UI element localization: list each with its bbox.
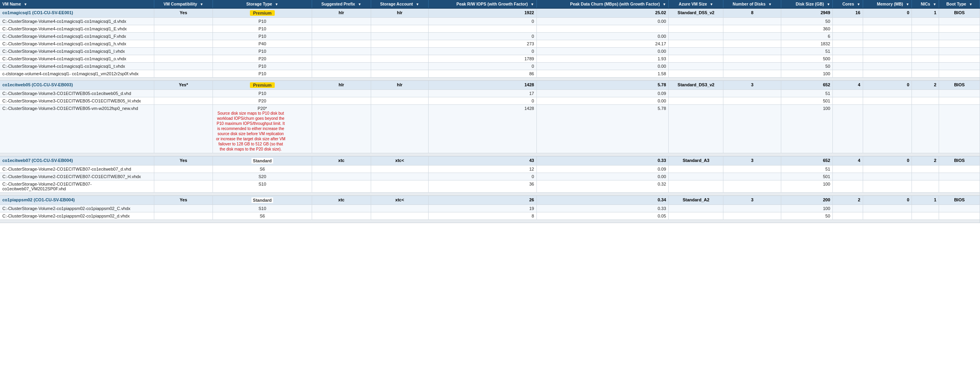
- disk-azurevm-cell: [669, 90, 723, 97]
- disk-row: C:-ClusterStorage-Volume4-co1magicsql1-c…: [0, 40, 980, 48]
- disk-boot-cell: [939, 25, 980, 33]
- vm-compat: Yes*: [179, 82, 188, 87]
- sort-icon-azurevm[interactable]: ▼: [710, 2, 713, 6]
- disk-memory-cell: [863, 33, 912, 40]
- disk-churn: 5.78: [658, 106, 666, 111]
- header-iops[interactable]: Peak R/W IOPS (with Growth Factor) ▼: [429, 0, 537, 8]
- disk-prefix-cell: [312, 97, 371, 105]
- vm-cores-cell: 2: [833, 196, 863, 205]
- disk-churn-cell: 24.17: [536, 40, 668, 48]
- header-prefix[interactable]: Suggested Prefix ▼: [312, 0, 371, 8]
- sort-icon-prefix[interactable]: ▼: [358, 2, 361, 6]
- header-account[interactable]: Storage Account ▼: [371, 0, 429, 8]
- disk-compat-cell: [154, 63, 213, 70]
- disk-size: 51: [825, 49, 830, 54]
- vm-name-cell: co1magicsql1 (CO1-CU-SV-EE001): [0, 8, 154, 18]
- header-memory[interactable]: Memory (MB) ▼: [863, 0, 912, 8]
- disk-churn-cell: 0.32: [536, 180, 668, 193]
- vm-compat-cell: Yes: [154, 156, 213, 165]
- disk-account-cell: [371, 105, 429, 153]
- disk-nics-cell: [912, 105, 939, 153]
- vm-cores: 4: [858, 158, 860, 163]
- disk-compat-cell: [154, 180, 213, 193]
- vm-disksize-cell: 200: [781, 196, 833, 205]
- disk-disksize-cell: 6: [781, 33, 833, 40]
- disk-churn-cell: 0.00: [536, 97, 668, 105]
- vm-iops: 26: [529, 197, 534, 202]
- sort-icon-boot[interactable]: ▼: [969, 2, 973, 6]
- disk-iops-cell: 8: [429, 212, 537, 220]
- sort-icon-account[interactable]: ▼: [416, 2, 419, 6]
- sort-icon-numdisks[interactable]: ▼: [768, 2, 772, 6]
- header-storage[interactable]: Storage Type ▼: [213, 0, 312, 8]
- disk-size: 500: [823, 56, 830, 61]
- sort-icon-cores[interactable]: ▼: [857, 2, 860, 6]
- disk-row: C:-ClusterStorage-Volume4-co1magicsql1-c…: [0, 55, 980, 63]
- sort-icon-disksize[interactable]: ▼: [827, 2, 830, 6]
- disk-size: 50: [825, 214, 830, 218]
- disk-boot-cell: [939, 173, 980, 180]
- vm-memory: 0: [907, 158, 909, 163]
- vm-row: co1ecitweb05 (CO1-CU-SV-EB003) Yes* Prem…: [0, 81, 980, 90]
- vm-account-cell: xtc<: [371, 196, 429, 205]
- vm-azurevm-cell: Standard_A2: [669, 196, 723, 205]
- vm-churn-cell: 5.78: [536, 81, 668, 90]
- disk-prefix-cell: [312, 173, 371, 180]
- header-churn[interactable]: Peak Data Churn (MBps) (with Growth Fact…: [536, 0, 668, 8]
- header-numdisks[interactable]: Number of Disks ▼: [723, 0, 781, 8]
- disk-churn: 0.09: [658, 91, 666, 96]
- sort-icon-nics[interactable]: ▼: [933, 2, 936, 6]
- disk-name: C:-ClusterStorage-Volume2-CO1ECITWEB07-c…: [2, 167, 131, 171]
- disk-azurevm-cell: [669, 18, 723, 25]
- disk-size: 100: [823, 206, 830, 211]
- sort-icon-compat[interactable]: ▼: [200, 2, 203, 6]
- disk-cores-cell: [833, 180, 863, 193]
- vm-compat-cell: Yes*: [154, 81, 213, 90]
- disk-storage-type: P20: [259, 56, 266, 61]
- disk-iops: 8: [532, 214, 534, 218]
- disk-numdisks-cell: [723, 63, 781, 70]
- disk-churn-cell: [536, 25, 668, 33]
- disk-azurevm-cell: [669, 105, 723, 153]
- disk-azurevm-cell: [669, 180, 723, 193]
- table-body: co1magicsql1 (CO1-CU-SV-EE001) Yes Premi…: [0, 8, 980, 223]
- sort-icon-vmname[interactable]: ▼: [24, 2, 27, 6]
- disk-disksize-cell: 50: [781, 212, 833, 220]
- vm-prefix: xtc: [338, 158, 344, 163]
- disk-iops: 1428: [524, 106, 534, 111]
- vm-cores: 2: [858, 197, 860, 202]
- disk-iops-cell: 12: [429, 165, 537, 173]
- disk-account-cell: [371, 63, 429, 70]
- vm-azurevm-cell: Standard_DS3_v2: [669, 81, 723, 90]
- disk-storage-type: P10: [259, 49, 266, 54]
- sort-icon-storage[interactable]: ▼: [275, 2, 278, 6]
- sort-icon-churn[interactable]: ▼: [662, 2, 666, 6]
- disk-numdisks-cell: [723, 40, 781, 48]
- header-azurevm[interactable]: Azure VM Size ▼: [669, 0, 723, 8]
- disk-name-cell: c-clstorage-volume4-co1magicsql1- co1mag…: [0, 70, 154, 78]
- disk-boot-cell: [939, 40, 980, 48]
- disk-name: C:-ClusterStorage-Volume2-co1piappsm02-c…: [2, 206, 130, 211]
- sort-icon-memory[interactable]: ▼: [906, 2, 909, 6]
- header-vmname[interactable]: VM Name ▼: [0, 0, 154, 8]
- header-disksize[interactable]: Disk Size (GB) ▼: [781, 0, 833, 8]
- header-cores[interactable]: Cores ▼: [833, 0, 863, 8]
- disk-name-cell: C:-ClusterStorage-Volume4-co1magicsql1-c…: [0, 55, 154, 63]
- vm-nics: 1: [934, 197, 936, 202]
- disk-azurevm-cell: [669, 63, 723, 70]
- vm-numdisks: 3: [751, 158, 753, 163]
- header-nics[interactable]: NICs ▼: [912, 0, 939, 8]
- disk-churn-cell: 0.33: [536, 205, 668, 212]
- disk-numdisks-cell: [723, 212, 781, 220]
- disk-prefix-cell: [312, 33, 371, 40]
- disk-nics-cell: [912, 70, 939, 78]
- disk-row: C:-ClusterStorage-Volume2-co1piappsm02-c…: [0, 212, 980, 220]
- header-compat[interactable]: VM Compatibility ▼: [154, 0, 213, 8]
- disk-storage-type: P10: [259, 26, 266, 31]
- disk-storage-type: S10: [259, 206, 266, 211]
- disk-azurevm-cell: [669, 48, 723, 55]
- disk-churn-cell: 0.09: [536, 165, 668, 173]
- sort-icon-iops[interactable]: ▼: [531, 2, 534, 6]
- disk-azurevm-cell: [669, 40, 723, 48]
- header-boot[interactable]: Boot Type ▼: [939, 0, 980, 8]
